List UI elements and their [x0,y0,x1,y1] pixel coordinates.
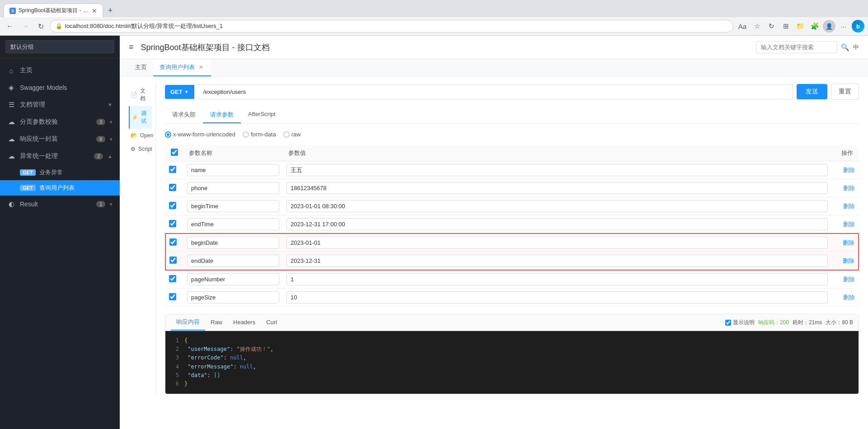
param-name-phone[interactable] [187,182,279,194]
code-array: [] [214,372,220,378]
sidebar-item-home-label: 主页 [20,66,33,75]
profile-icon[interactable]: 👤 [823,20,835,33]
sidebar-subitem-listusers[interactable]: GET 查询用户列表 [0,180,120,196]
send-button[interactable]: 发送 [797,84,827,99]
table-row: 删除 [165,215,859,234]
new-tab-button[interactable]: + [104,4,117,17]
doc-nav-item-open[interactable]: 📂 Open [129,129,152,142]
param-delete-pageNumber[interactable]: 删除 [843,276,855,283]
sidebar-item-pagination[interactable]: ☁ 分页参数校验 3 ▾ [0,113,120,131]
param-check-beginDate[interactable] [169,238,177,246]
url-input[interactable] [198,84,793,99]
param-name-beginTime[interactable] [187,200,279,212]
more-icon[interactable]: ··· [837,20,850,33]
req-tab-headers[interactable]: 请求头部 [165,107,203,123]
param-delete-endTime[interactable]: 删除 [843,221,855,228]
response-tab-headers[interactable]: Headers [228,315,261,330]
response-tab-raw[interactable]: Raw [205,315,228,330]
format-urlencoded[interactable]: x-www-form-urlencoded [165,131,235,138]
edge-icon[interactable]: b [852,20,864,33]
reload-button[interactable]: ↻ [34,20,47,33]
method-select[interactable]: GET ▼ [165,85,194,99]
param-check-name[interactable] [169,166,176,173]
table-row: 删除 [165,270,859,289]
req-tab-params[interactable]: 请求参数 [203,107,241,123]
docmgr-icon: ☰ [7,101,15,109]
read-mode-icon[interactable]: Aa [736,20,749,33]
param-name-pageNumber[interactable] [187,273,279,285]
param-value-beginTime[interactable] [286,200,828,212]
code-line: 4 "errorMessage": null, [171,363,853,371]
extensions-icon[interactable]: 🧩 [808,20,821,33]
table-row: 删除 [165,289,859,307]
group-select[interactable]: 默认分组 [5,40,114,53]
param-delete-endDate[interactable]: 删除 [843,257,854,264]
param-value-pageSize[interactable] [286,291,828,303]
format-raw-label: raw [291,131,301,138]
req-tab-afterscript[interactable]: AfterScript [241,107,283,123]
param-delete-name[interactable]: 删除 [843,167,855,173]
param-name-pageSize[interactable] [187,291,279,303]
line-number: 1 [171,336,179,345]
check-all[interactable] [171,149,178,156]
param-delete-beginTime[interactable]: 删除 [843,203,855,210]
browser-tab[interactable]: S SpringBoot基础框架项目 - 接口文... ✕ [4,4,103,17]
tab-main[interactable]: 主页 [129,59,153,76]
search-input[interactable] [756,41,837,53]
param-delete-beginDate[interactable]: 删除 [843,239,854,246]
param-delete-phone[interactable]: 删除 [843,185,855,191]
param-value-beginDate[interactable] [286,237,828,249]
doc-nav-item-debug[interactable]: ⚡ 调试 [129,106,152,129]
code-key: "data" [188,372,207,378]
doc-nav-item-script[interactable]: ⚙ Script [129,142,152,156]
param-value-name[interactable] [286,164,828,176]
param-check-phone[interactable] [169,184,176,191]
forward-button[interactable]: → [19,20,32,33]
tab-listusers[interactable]: 查询用户列表 ✕ [153,59,211,76]
format-raw[interactable]: raw [283,131,301,138]
code-line: 3 "errorCode": null, [171,354,853,362]
param-name-endDate[interactable] [187,255,279,267]
sidebar-item-exception[interactable]: ☁ 异常统一处理 2 ▲ [0,148,120,165]
param-check-pageSize[interactable] [169,293,176,300]
sidebar-item-response[interactable]: ☁ 响应统一封装 8 ▾ [0,131,120,148]
browser-tab-close[interactable]: ✕ [92,7,97,14]
param-check-beginTime[interactable] [169,202,176,209]
param-value-endTime[interactable] [286,218,828,230]
show-desc-label: 显示说明 [733,319,755,326]
param-value-phone[interactable] [286,182,828,194]
address-bar[interactable]: 🔒 localhost:8080/doc.html#/默认分组/异常统一处理/l… [50,20,733,33]
search-button[interactable]: 🔍 [841,43,849,51]
sidebar-subitem-business[interactable]: GET 业务异常 [0,165,120,180]
response-tab-content[interactable]: 响应内容 [171,314,205,331]
response-tab-curl[interactable]: Curl [261,315,282,330]
format-formdata[interactable]: form-data [243,131,276,138]
param-check-endDate[interactable] [169,256,177,264]
exception-expand-icon: ▲ [108,154,113,159]
sidebar-item-swagger[interactable]: ◈ Swagger Models [0,79,120,96]
param-delete-pageSize[interactable]: 删除 [843,294,855,301]
param-name-beginDate[interactable] [187,237,279,249]
hamburger-icon[interactable]: ≡ [129,42,134,52]
param-name-endTime[interactable] [187,218,279,230]
param-value-pageNumber[interactable] [286,273,828,285]
sidebar-item-home[interactable]: ⌂ 主页 [0,62,120,79]
show-desc-checkbox[interactable] [725,320,731,326]
show-desc[interactable]: 显示说明 [725,319,755,326]
favicon: S [9,8,16,14]
lang-button[interactable]: 中 [853,43,859,51]
split-icon[interactable]: ⊞ [779,20,792,33]
tab-listusers-close[interactable]: ✕ [197,64,205,71]
sidebar-item-result[interactable]: ◐ Result 1 ▾ [0,196,120,213]
param-check-endTime[interactable] [169,220,176,227]
favorites-icon[interactable]: ☆ [751,20,763,33]
reset-button[interactable]: 重置 [831,84,859,100]
sidebar-item-docmgr[interactable]: ☰ 文档管理 ▼ [0,96,120,113]
back-button[interactable]: ← [4,20,16,33]
refresh-icon[interactable]: ↻ [765,20,778,33]
param-check-pageNumber[interactable] [169,275,176,282]
param-value-endDate[interactable] [286,255,828,267]
param-name-name[interactable] [187,164,279,176]
doc-nav-item-doc[interactable]: 📄 文档 [129,84,152,106]
collections-icon[interactable]: 📁 [794,20,807,33]
